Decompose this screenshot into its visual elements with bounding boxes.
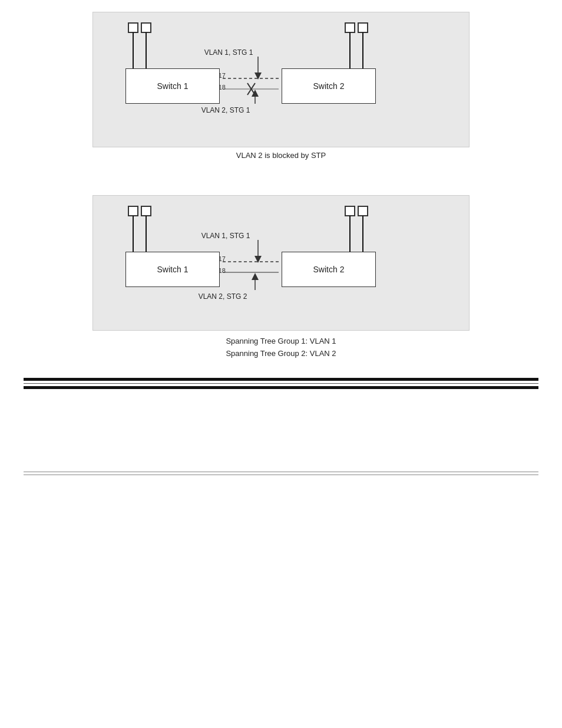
caption-line1: Spanning Tree Group 1: VLAN 1: [226, 335, 336, 348]
caption-line2: Spanning Tree Group 2: VLAN 2: [226, 348, 336, 360]
diagram2-area: VLAN 1, STG 1 VLAN 2, STG 2 17 18 17 18 …: [92, 195, 470, 331]
diagram2-section: VLAN 1, STG 1 VLAN 2, STG 2 17 18 17 18 …: [24, 195, 538, 360]
switch1-box-d2: Switch 1: [125, 252, 220, 287]
svg-rect-4: [345, 23, 355, 32]
bottom-thin-rule-2: [24, 475, 538, 475]
diagram1-section: VLAN 1, STG 1 VLAN 2, STG 1: [24, 12, 538, 160]
svg-rect-25: [358, 206, 368, 216]
diagram1-caption-text: VLAN 2 is blocked by STP: [236, 151, 326, 160]
svg-rect-5: [358, 23, 368, 32]
diagram1-caption: VLAN 2 is blocked by STP: [236, 151, 326, 160]
switch1-box-d1: Switch 1: [125, 68, 220, 104]
switch1-label-d2: Switch 1: [157, 265, 189, 274]
svg-rect-0: [128, 23, 138, 32]
svg-rect-1: [141, 23, 151, 32]
page: VLAN 1, STG 1 VLAN 2, STG 1: [0, 0, 562, 489]
diagram2-caption: Spanning Tree Group 1: VLAN 1 Spanning T…: [226, 335, 336, 360]
svg-text:VLAN 1, STG 1: VLAN 1, STG 1: [204, 48, 253, 57]
bottom-thin-rule-1: [24, 472, 538, 472]
svg-rect-24: [345, 206, 355, 216]
bottom-rules: [24, 472, 538, 475]
switch2-box-d2: Switch 2: [282, 252, 376, 287]
rules-section: [24, 378, 538, 389]
diagram1-area: VLAN 1, STG 1 VLAN 2, STG 1: [92, 12, 470, 147]
svg-text:VLAN 1, STG 1: VLAN 1, STG 1: [201, 232, 250, 240]
switch1-label-d1: Switch 1: [157, 81, 189, 91]
svg-text:VLAN 2, STG 1: VLAN 2, STG 1: [201, 106, 250, 114]
svg-text:VLAN 2, STG 2: VLAN 2, STG 2: [199, 292, 247, 301]
switch2-label-d2: Switch 2: [313, 265, 345, 274]
svg-rect-21: [141, 206, 151, 216]
switch2-label-d1: Switch 2: [313, 81, 345, 91]
switch2-box-d1: Switch 2: [282, 68, 376, 104]
svg-rect-20: [128, 206, 138, 216]
